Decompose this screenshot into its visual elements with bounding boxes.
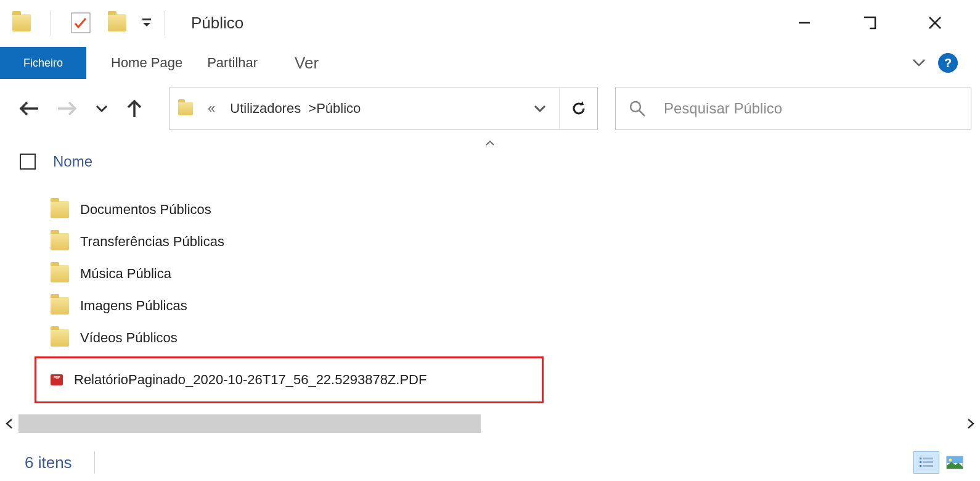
svg-point-18 — [949, 459, 952, 462]
window-title: Público — [191, 14, 243, 33]
ribbon-tab-home[interactable]: Home Page — [111, 55, 182, 71]
folder-icon — [51, 329, 69, 347]
list-item[interactable]: Transferências Públicas — [51, 226, 980, 258]
item-name: Música Pública — [80, 266, 171, 282]
nav-arrows — [18, 99, 143, 118]
help-button[interactable]: ? — [938, 53, 958, 73]
svg-rect-13 — [923, 461, 933, 463]
breadcrumb-public[interactable]: Público — [316, 101, 361, 116]
status-bar: 6 itens — [0, 444, 980, 481]
item-name: Vídeos Públicos — [80, 330, 178, 346]
scroll-right-button[interactable] — [962, 418, 980, 429]
folder-icon — [51, 265, 69, 282]
search-input[interactable] — [664, 100, 971, 117]
ribbon-tab-share[interactable]: Partilhar — [207, 55, 258, 71]
forward-button[interactable] — [57, 100, 78, 117]
ribbon-collapse-icon[interactable] — [911, 55, 927, 71]
folder-icon — [51, 297, 69, 314]
svg-rect-1 — [142, 18, 151, 20]
svg-rect-12 — [920, 461, 921, 463]
scroll-track[interactable] — [18, 414, 962, 433]
separator — [94, 451, 95, 474]
svg-rect-11 — [923, 458, 933, 459]
quick-access-toolbar — [12, 10, 152, 35]
svg-rect-0 — [71, 13, 90, 33]
folder-icon — [178, 102, 193, 115]
minimize-button[interactable] — [793, 12, 815, 34]
breadcrumb-users[interactable]: Utilizadores — [230, 101, 301, 116]
list-item[interactable]: Imagens Públicas — [51, 290, 980, 322]
item-name: RelatórioPaginado_2020-10-26T17_56_22.52… — [74, 372, 427, 388]
ribbon: Ficheiro Home Page Partilhar Ver ? — [0, 46, 980, 80]
back-button[interactable] — [18, 100, 39, 117]
item-name: Imagens Públicas — [80, 298, 187, 314]
refresh-button[interactable] — [559, 88, 597, 129]
app-folder-icon — [12, 14, 31, 31]
list-item[interactable]: Documentos Públicos — [51, 194, 980, 226]
ribbon-tab-view[interactable]: Ver — [295, 54, 319, 73]
address-path[interactable]: « Utilizadores >Público — [169, 101, 521, 117]
scroll-thumb[interactable] — [18, 414, 481, 433]
qat-dropdown-icon[interactable] — [141, 17, 152, 28]
new-folder-icon[interactable] — [108, 14, 126, 31]
view-toggle-group — [913, 451, 980, 474]
svg-rect-14 — [920, 465, 921, 467]
item-name: Documentos Públicos — [80, 202, 211, 218]
list-item[interactable]: Música Pública — [51, 258, 980, 290]
search-box[interactable] — [615, 88, 971, 130]
list-item-highlighted[interactable]: RelatórioPaginado_2020-10-26T17_56_22.52… — [35, 356, 544, 403]
folder-icon — [51, 201, 69, 218]
up-button[interactable] — [126, 99, 143, 118]
list-item[interactable]: Vídeos Públicos — [51, 322, 980, 354]
close-button[interactable] — [924, 12, 946, 34]
thumbnails-view-button[interactable] — [942, 451, 968, 474]
file-list: Documentos Públicos Transferências Públi… — [0, 173, 980, 403]
status-item-count: 6 itens — [25, 453, 72, 472]
breadcrumb-separator[interactable]: > — [308, 101, 316, 116]
recent-locations-dropdown[interactable] — [95, 102, 108, 115]
column-header-row: Nome — [0, 150, 980, 173]
title-bar: Público — [0, 0, 980, 46]
maximize-button[interactable] — [859, 12, 881, 34]
column-header-name[interactable]: Nome — [53, 153, 92, 170]
item-name: Transferências Públicas — [80, 234, 224, 250]
svg-rect-15 — [923, 465, 933, 467]
address-history-dropdown[interactable] — [521, 102, 559, 115]
window-controls — [793, 12, 980, 34]
select-all-checkbox[interactable] — [20, 154, 36, 170]
collapse-chevron-row — [0, 136, 980, 150]
navigation-row: « Utilizadores >Público — [0, 80, 980, 136]
svg-line-9 — [639, 110, 645, 116]
svg-point-8 — [631, 102, 640, 112]
file-menu[interactable]: Ficheiro — [0, 47, 86, 79]
properties-icon[interactable] — [71, 12, 91, 33]
separator — [165, 10, 165, 35]
search-icon — [628, 99, 647, 118]
chevron-up-icon[interactable] — [485, 140, 495, 146]
svg-rect-10 — [920, 458, 921, 459]
horizontal-scrollbar[interactable] — [0, 414, 980, 433]
folder-icon — [51, 233, 69, 250]
address-overflow[interactable]: « — [208, 101, 215, 117]
address-bar[interactable]: « Utilizadores >Público — [169, 88, 598, 130]
pdf-icon — [51, 374, 63, 385]
scroll-left-button[interactable] — [0, 418, 18, 429]
details-view-button[interactable] — [913, 451, 939, 474]
separator — [51, 10, 51, 35]
